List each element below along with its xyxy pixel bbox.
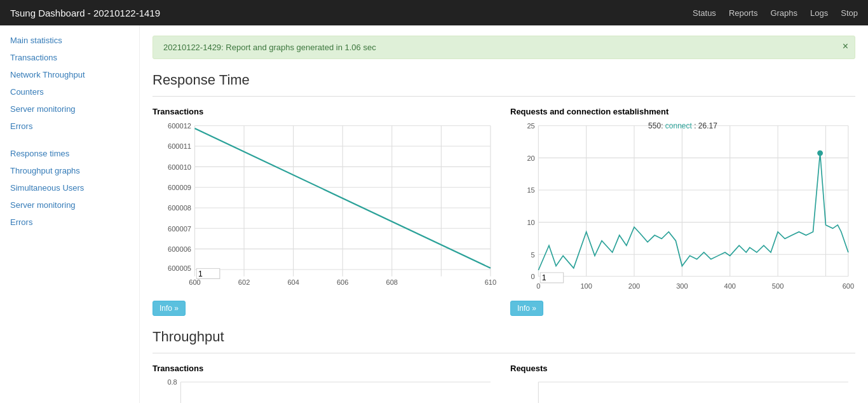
response-time-divider bbox=[153, 96, 855, 97]
svg-text:600010: 600010 bbox=[168, 163, 191, 171]
sidebar-item-errors-2[interactable]: Errors bbox=[0, 214, 139, 231]
throughput-requests-svg bbox=[510, 376, 855, 403]
transactions-chart-box: 600012 600011 600010 600009 600008 60000… bbox=[153, 119, 498, 297]
throughput-requests-chart: Requests bbox=[510, 364, 855, 403]
transactions-info-button[interactable]: Info » bbox=[153, 301, 186, 316]
svg-text:15: 15 bbox=[527, 186, 534, 194]
requests-chart-input[interactable] bbox=[540, 272, 564, 283]
response-time-title: Response Time bbox=[153, 72, 855, 88]
layout: Main statistics Transactions Network Thr… bbox=[0, 25, 868, 403]
svg-point-56 bbox=[817, 151, 823, 156]
transactions-chart-input[interactable] bbox=[196, 268, 220, 279]
throughput-transactions-title: Transactions bbox=[153, 364, 498, 373]
svg-text:600011: 600011 bbox=[168, 143, 191, 151]
nav-status[interactable]: Status bbox=[693, 8, 716, 18]
throughput-title: Throughput bbox=[153, 329, 855, 345]
svg-text:400: 400 bbox=[724, 282, 736, 290]
nav-graphs[interactable]: Graphs bbox=[770, 8, 797, 18]
navbar: Tsung Dashboard - 20210122-1419 Status R… bbox=[0, 0, 868, 25]
nav-logs[interactable]: Logs bbox=[810, 8, 828, 18]
sidebar-item-response-times[interactable]: Response times bbox=[0, 145, 139, 162]
chart-tooltip: 550: connect : 26.17 bbox=[648, 121, 717, 130]
svg-text:602: 602 bbox=[238, 278, 250, 286]
svg-text:600006: 600006 bbox=[168, 245, 191, 253]
svg-text:300: 300 bbox=[676, 282, 688, 290]
throughput-section: Throughput Transactions 0.8 Requests bbox=[153, 329, 855, 403]
requests-chart-container: Requests and connection establishment 55… bbox=[510, 107, 855, 316]
svg-text:200: 200 bbox=[628, 282, 640, 290]
svg-text:610: 610 bbox=[485, 278, 496, 286]
sidebar: Main statistics Transactions Network Thr… bbox=[0, 25, 140, 403]
throughput-transactions-chart: Transactions 0.8 bbox=[153, 364, 498, 403]
throughput-charts-row: Transactions 0.8 Requests bbox=[153, 364, 855, 403]
transactions-chart-svg: 600012 600011 600010 600009 600008 60000… bbox=[153, 119, 498, 297]
alert-message: 20210122-1429: Report and graphs generat… bbox=[163, 43, 376, 52]
sidebar-item-main-statistics[interactable]: Main statistics bbox=[0, 32, 139, 49]
sidebar-item-network-throughput[interactable]: Network Throughput bbox=[0, 66, 139, 83]
sidebar-item-errors-1[interactable]: Errors bbox=[0, 118, 139, 135]
response-time-charts-row: Transactions bbox=[153, 107, 855, 316]
main-content: 20210122-1429: Report and graphs generat… bbox=[140, 25, 868, 403]
svg-text:5: 5 bbox=[531, 251, 535, 259]
alert-banner: 20210122-1429: Report and graphs generat… bbox=[153, 36, 855, 59]
svg-text:604: 604 bbox=[287, 278, 299, 286]
sidebar-item-counters[interactable]: Counters bbox=[0, 83, 139, 100]
svg-text:25: 25 bbox=[527, 122, 534, 130]
svg-text:500: 500 bbox=[772, 282, 783, 290]
requests-chart-svg: 25 20 15 10 5 0 0 100 200 300 400 500 60… bbox=[510, 119, 855, 297]
requests-info-button[interactable]: Info » bbox=[510, 301, 543, 316]
svg-text:600008: 600008 bbox=[168, 204, 191, 212]
svg-text:600005: 600005 bbox=[168, 264, 191, 272]
throughput-requests-title: Requests bbox=[510, 364, 855, 373]
svg-text:20: 20 bbox=[527, 154, 534, 162]
sidebar-item-throughput-graphs[interactable]: Throughput graphs bbox=[0, 162, 139, 179]
transactions-chart-title: Transactions bbox=[153, 107, 498, 116]
navbar-links: Status Reports Graphs Logs Stop bbox=[693, 8, 858, 18]
sidebar-item-server-monitoring-1[interactable]: Server monitoring bbox=[0, 100, 139, 118]
sidebar-item-server-monitoring-2[interactable]: Server monitoring bbox=[0, 196, 139, 214]
svg-text:600009: 600009 bbox=[168, 184, 191, 191]
sidebar-item-simultaneous-users[interactable]: Simultaneous Users bbox=[0, 179, 139, 196]
svg-text:0: 0 bbox=[531, 273, 535, 280]
svg-text:10: 10 bbox=[527, 219, 534, 226]
svg-text:600007: 600007 bbox=[168, 225, 191, 233]
svg-text:608: 608 bbox=[386, 278, 398, 286]
requests-chart-title: Requests and connection establishment bbox=[510, 107, 855, 116]
transactions-chart-container: Transactions bbox=[153, 107, 498, 316]
svg-text:606: 606 bbox=[337, 278, 348, 286]
svg-text:0.8: 0.8 bbox=[167, 379, 177, 386]
nav-reports[interactable]: Reports bbox=[729, 8, 758, 18]
nav-stop[interactable]: Stop bbox=[841, 8, 858, 18]
requests-chart-box: 550: connect : 26.17 bbox=[510, 119, 855, 297]
navbar-brand: Tsung Dashboard - 20210122-1419 bbox=[10, 8, 160, 18]
sidebar-item-transactions[interactable]: Transactions bbox=[0, 49, 139, 66]
svg-text:600: 600 bbox=[843, 282, 854, 290]
alert-close-button[interactable]: × bbox=[843, 41, 848, 51]
tooltip-connect: connect bbox=[665, 121, 692, 130]
svg-text:600012: 600012 bbox=[168, 122, 191, 130]
throughput-transactions-svg: 0.8 bbox=[153, 376, 498, 403]
throughput-divider bbox=[153, 353, 855, 353]
svg-text:100: 100 bbox=[580, 282, 592, 290]
